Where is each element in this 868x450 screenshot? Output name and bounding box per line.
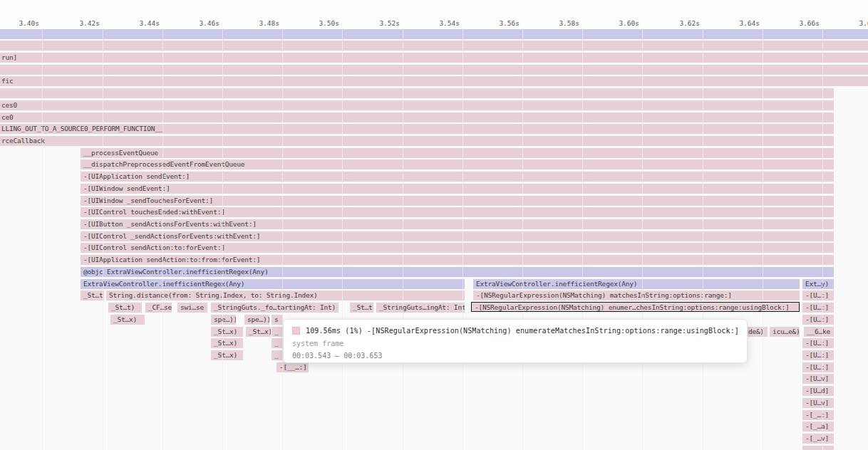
stack-frame-bar[interactable]: spe…))	[244, 315, 269, 325]
stack-frame-bar[interactable]: __processEventQueue	[81, 148, 834, 158]
stack-frame-bar[interactable]: _StringGuts._fo…tartingAt: Int)	[211, 303, 339, 313]
selected-stack-frame-bar[interactable]: -[NSRegularExpression(NSMatching) enumer…	[471, 302, 800, 312]
gridline-overlay	[582, 28, 583, 450]
stack-frame-bar[interactable]: -[U…:]	[802, 350, 834, 360]
gridline-overlay	[703, 28, 703, 450]
stack-frame-bar[interactable]	[802, 446, 834, 450]
stack-frame-bar[interactable]: Ext…y)	[802, 279, 834, 289]
stack-frame-bar[interactable]: -[U…:]	[802, 338, 834, 348]
stack-frame-bar[interactable]: -[_…v]	[802, 434, 834, 444]
stack-frame-bar[interactable]: -[UIControl sendAction:to:forEvent:]	[81, 243, 834, 253]
frame-tooltip: 109.56ms (1%) -[NSRegularExpression(NSMa…	[283, 319, 748, 363]
stack-frame-bar[interactable]	[0, 29, 868, 39]
call-tree-flame-rows: run]ficces0ce0LLING_OUT_TO_A_SOURCE0_PER…	[0, 0, 868, 450]
stack-frame-bar[interactable]: _St…x)	[211, 327, 243, 337]
time-profiler-flame-chart: 3.40s3.42s3.44s3.46s3.48s3.50s3.52s3.54s…	[0, 0, 868, 450]
stack-frame-bar[interactable]: de&)	[745, 327, 768, 337]
stack-frame-bar[interactable]: -[U…:]	[802, 362, 834, 372]
stack-frame-bar[interactable]: fic	[0, 76, 868, 86]
stack-frame-bar[interactable]: -[UIWindow sendEvent:]	[81, 184, 834, 194]
stack-frame-bar[interactable]: -[_…a]	[802, 422, 834, 431]
stack-frame-bar[interactable]: _St…x)	[246, 327, 271, 337]
frame-color-swatch-icon	[292, 327, 300, 335]
stack-frame-bar[interactable]: -[U…:]	[802, 315, 834, 325]
stack-frame-bar[interactable]: _	[272, 338, 283, 348]
stack-frame-bar[interactable]: s	[272, 315, 283, 325]
stack-frame-bar[interactable]: ExtraViewController.inefficientRegex(Any…	[81, 279, 465, 289]
stack-frame-bar[interactable]: __dispatchPreprocessedEventFromEventQueu…	[81, 159, 834, 169]
stack-frame-bar[interactable]: -[UIControl touchesEnded:withEvent:]	[81, 207, 834, 217]
stack-frame-bar[interactable]	[0, 88, 834, 98]
stack-frame-bar[interactable]: @objc ExtraViewController.inefficientReg…	[81, 267, 834, 277]
stack-frame-bar[interactable]: swi…se	[177, 303, 207, 313]
stack-frame-bar[interactable]: String.distance(from: String.Index, to: …	[106, 291, 465, 300]
gridline-overlay	[642, 28, 643, 450]
stack-frame-bar[interactable]: -[UIControl _sendActionsForEvents:withEv…	[81, 231, 834, 241]
stack-frame-bar[interactable]: _St…t)	[81, 291, 104, 300]
stack-frame-bar[interactable]: -[U…:]	[802, 291, 834, 300]
stack-frame-bar[interactable]: _	[272, 350, 283, 360]
stack-frame-bar[interactable]: _St…x)	[110, 315, 145, 325]
stack-frame-bar[interactable]: _St…x)	[211, 338, 243, 348]
stack-frame-bar[interactable]: -[UIButton _sendActionsForEvents:withEve…	[81, 219, 834, 229]
gridline-overlay	[42, 28, 43, 450]
stack-frame-bar[interactable]: _St…t)	[108, 303, 142, 313]
tooltip-time-range: 00:03.543 — 00:03.653	[292, 350, 738, 362]
stack-frame-bar[interactable]: ce0	[0, 112, 834, 122]
stack-frame-bar[interactable]: -[__…:]	[277, 362, 309, 372]
stack-frame-bar[interactable]: -[UIApplication sendEvent:]	[81, 172, 834, 182]
stack-frame-bar[interactable]: _St…t)	[350, 303, 373, 313]
stack-frame-bar[interactable]: rceCallback	[0, 136, 834, 146]
gridline-overlay	[403, 28, 403, 450]
stack-frame-bar[interactable]	[0, 41, 868, 51]
tooltip-title-row: 109.56ms (1%) -[NSRegularExpression(NSMa…	[292, 325, 738, 336]
stack-frame-bar[interactable]: __6…ke	[804, 327, 834, 337]
tooltip-subtitle: system frame	[292, 336, 738, 350]
stack-frame-bar[interactable]: -[U…v]	[802, 398, 834, 408]
gridline-overlay	[222, 28, 223, 450]
stack-frame-bar[interactable]: -[UIApplication sendAction:to:from:forEv…	[81, 255, 834, 265]
stack-frame-bar[interactable]: LLING_OUT_TO_A_SOURCE0_PERFORM_FUNCTION_…	[0, 124, 834, 134]
stack-frame-bar[interactable]	[0, 65, 868, 75]
stack-frame-bar[interactable]: _CF…se	[145, 303, 172, 313]
gridline-overlay	[463, 28, 463, 450]
stack-frame-bar[interactable]: run]	[0, 53, 868, 63]
stack-frame-bar[interactable]: _	[272, 327, 283, 337]
stack-frame-bar[interactable]: _StringGuts…ingAt: Int)	[376, 303, 465, 313]
gridline-overlay	[822, 28, 823, 450]
gridline-overlay	[282, 28, 283, 450]
stack-frame-bar[interactable]: -[UIWindow _sendTouchesForEvent:]	[81, 196, 834, 206]
stack-frame-bar[interactable]: spe…))	[211, 315, 236, 325]
gridline-overlay	[162, 28, 163, 450]
stack-frame-bar[interactable]: ces0	[0, 100, 834, 110]
gridline-overlay	[342, 28, 343, 450]
gridline-overlay	[103, 28, 103, 450]
stack-frame-bar[interactable]: -[U…v]	[802, 374, 834, 384]
gridline-overlay	[763, 28, 763, 450]
stack-frame-bar[interactable]: icu…e&)	[770, 327, 800, 337]
gridline-overlay	[522, 28, 523, 450]
stack-frame-bar[interactable]: -[U…d]	[802, 386, 834, 396]
stack-frame-bar[interactable]: -[U…:]	[802, 303, 834, 313]
tooltip-title: 109.56ms (1%) -[NSRegularExpression(NSMa…	[306, 327, 738, 335]
stack-frame-bar[interactable]: _St…x)	[211, 350, 243, 360]
stack-frame-bar[interactable]: -[_…:]	[802, 410, 834, 420]
